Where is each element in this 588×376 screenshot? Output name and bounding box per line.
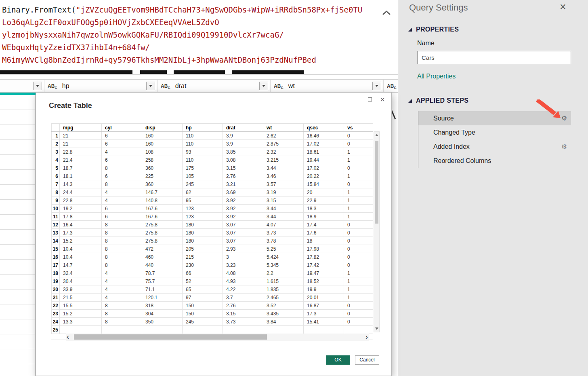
table-cell bbox=[344, 326, 373, 334]
table-cell: 160 bbox=[142, 140, 183, 148]
scroll-right-icon[interactable]: › bbox=[365, 333, 368, 340]
row-number: 6 bbox=[52, 172, 60, 180]
column-header-wt[interactable]: ABCwt bbox=[271, 80, 384, 92]
formula-editor[interactable]: Binary.FromText("jZVZcuQgEETvom9HBdTCcha… bbox=[0, 0, 398, 75]
column-filter-button[interactable] bbox=[33, 82, 42, 90]
table-cell: 1 bbox=[344, 188, 373, 196]
column-header-hp[interactable]: ABChp bbox=[44, 80, 158, 92]
table-cell: 1 bbox=[344, 156, 373, 164]
table-cell: 0 bbox=[344, 253, 373, 261]
vertical-scroll-thumb[interactable] bbox=[375, 141, 378, 224]
properties-section-header[interactable]: PROPERTIES bbox=[408, 26, 459, 33]
applied-steps-section-header[interactable]: APPLIED STEPS bbox=[408, 97, 468, 104]
table-row: 1714.784402303.235.34517.420 bbox=[52, 261, 373, 269]
table-cell bbox=[60, 326, 102, 334]
step-label: Source bbox=[433, 115, 454, 122]
table-cell: 0 bbox=[344, 302, 373, 310]
formula-line: Lo36qALgZcIF0oxUFOOg5p0iHOVjZxbCXEEeqVVA… bbox=[2, 16, 398, 29]
table-cell bbox=[183, 326, 223, 334]
applied-step-changed-type[interactable]: Changed Type bbox=[418, 125, 571, 139]
table-cell: 20.22 bbox=[304, 172, 344, 180]
scroll-left-icon[interactable]: ‹ bbox=[67, 333, 69, 340]
table-cell: 3.52 bbox=[263, 302, 304, 310]
table-cell: 75.7 bbox=[142, 277, 183, 285]
vertical-scrollbar[interactable] bbox=[374, 131, 380, 332]
grid-col-vs: vs bbox=[344, 124, 373, 132]
close-icon[interactable]: × bbox=[560, 1, 566, 13]
table-row: 2215.583181502.763.5216.870 bbox=[52, 302, 373, 310]
table-cell: 15.2 bbox=[60, 310, 102, 318]
table-cell: 20 bbox=[304, 188, 344, 196]
table-row: 1019.26167.61233.923.4418.31 bbox=[52, 205, 373, 213]
formula-line: ylzmojbNysxxaNih7qwzolnW5owkGQKaFU/RBIQd… bbox=[2, 29, 398, 41]
table-cell: 17.8 bbox=[60, 213, 102, 221]
horizontal-scroll-thumb[interactable] bbox=[74, 334, 267, 340]
table-cell: 18 bbox=[304, 237, 344, 245]
table-cell: 0 bbox=[344, 310, 373, 318]
table-cell: 275.8 bbox=[142, 221, 183, 229]
formula-line: M6imyWvClg8bnZedIjrnRd+qy5796TkhsMM2NIbL… bbox=[2, 54, 398, 66]
scroll-up-icon[interactable] bbox=[375, 134, 378, 136]
row-number: 20 bbox=[52, 285, 60, 294]
column-header-drat[interactable]: ABCdrat bbox=[158, 80, 271, 92]
table-row: 1317.38275.81803.073.7317.60 bbox=[52, 229, 373, 237]
row-number-header bbox=[52, 124, 60, 132]
table-cell: 17.02 bbox=[304, 164, 344, 172]
formula-scroll-up-button[interactable] bbox=[382, 7, 391, 14]
table-cell: 3.9 bbox=[223, 140, 263, 148]
table-cell: 3.92 bbox=[223, 205, 263, 213]
table-cell: 22.8 bbox=[60, 148, 102, 156]
table-cell: 3.07 bbox=[223, 221, 263, 229]
close-icon[interactable]: × bbox=[380, 96, 385, 103]
table-cell: 3.9 bbox=[223, 132, 263, 140]
column-header-partial bbox=[0, 80, 44, 92]
table-row: 22161601103.92.87517.020 bbox=[52, 140, 373, 148]
applied-steps-list: Source⚙Changed TypeAdded Index⚙Reordered… bbox=[418, 111, 571, 168]
table-cell: 18.9 bbox=[304, 213, 344, 221]
row-number: 22 bbox=[52, 302, 60, 310]
cancel-button[interactable]: Cancel bbox=[355, 355, 379, 365]
column-filter-button[interactable] bbox=[372, 82, 381, 90]
table-cell: 3.78 bbox=[263, 237, 304, 245]
gear-icon[interactable]: ⚙ bbox=[561, 143, 567, 150]
table-cell: 21 bbox=[60, 132, 102, 140]
query-name-input[interactable] bbox=[417, 51, 571, 64]
table-cell: 1 bbox=[344, 269, 373, 277]
column-filter-button[interactable] bbox=[146, 82, 155, 90]
table-cell: 110 bbox=[183, 156, 223, 164]
table-cell: 2.76 bbox=[223, 172, 263, 180]
table-cell: 360 bbox=[142, 164, 183, 172]
table-cell: 15.5 bbox=[60, 302, 102, 310]
maximize-icon[interactable] bbox=[368, 97, 372, 101]
applied-step-added-index[interactable]: Added Index⚙ bbox=[418, 139, 571, 154]
all-properties-link[interactable]: All Properties bbox=[417, 73, 456, 80]
table-cell: 4.07 bbox=[263, 221, 304, 229]
text-type-icon: ABC bbox=[48, 82, 57, 90]
table-row: 618.162251052.763.4620.221 bbox=[52, 172, 373, 180]
scroll-down-icon[interactable] bbox=[375, 327, 378, 330]
table-cell: 0 bbox=[344, 261, 373, 269]
table-row: 922.84140.8953.923.1522.91 bbox=[52, 196, 373, 205]
table-cell: 8 bbox=[102, 310, 142, 318]
table-cell: 205 bbox=[183, 245, 223, 253]
table-cell: 110 bbox=[183, 132, 223, 140]
table-cell: 3.19 bbox=[263, 188, 304, 196]
table-cell: 0 bbox=[344, 229, 373, 237]
ok-button[interactable]: OK bbox=[326, 355, 350, 365]
text-type-icon: ABC bbox=[161, 82, 170, 90]
row-number: 25 bbox=[52, 326, 60, 334]
table-cell: 93 bbox=[183, 148, 223, 156]
column-header-partial: ABC bbox=[384, 80, 398, 92]
gear-icon[interactable]: ⚙ bbox=[561, 114, 567, 122]
horizontal-scrollbar[interactable]: ‹ › bbox=[66, 334, 369, 341]
table-cell: 17.3 bbox=[60, 229, 102, 237]
table-cell: 33.9 bbox=[60, 285, 102, 294]
column-label: drat bbox=[175, 82, 187, 90]
column-filter-button[interactable] bbox=[259, 82, 268, 90]
applied-step-reordered-columns[interactable]: Reordered Columns bbox=[418, 154, 571, 168]
table-cell: 2.465 bbox=[263, 294, 304, 302]
table-cell: 6 bbox=[102, 205, 142, 213]
applied-step-source[interactable]: Source⚙ bbox=[418, 111, 571, 125]
table-cell: 8 bbox=[102, 253, 142, 261]
table-cell: 245 bbox=[183, 318, 223, 326]
